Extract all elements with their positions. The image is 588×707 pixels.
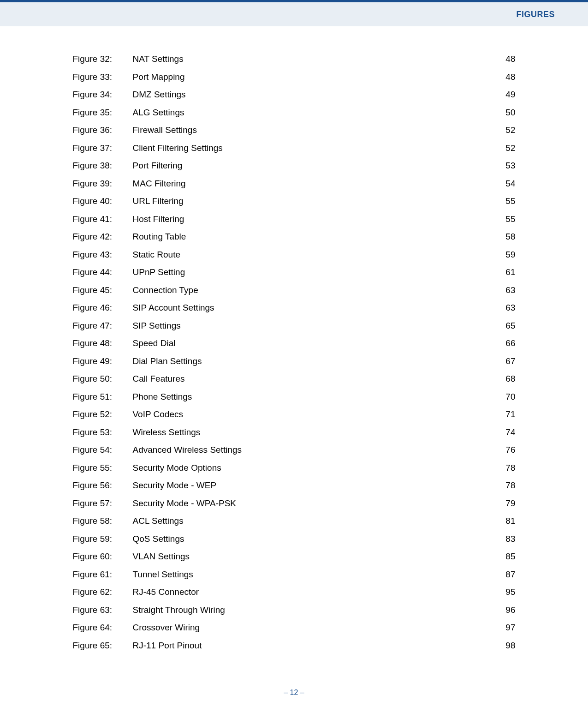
figure-row: Figure 63:Straight Through Wiring96 xyxy=(73,605,516,623)
figure-page: 58 xyxy=(493,232,516,242)
figure-label: Figure 51: xyxy=(73,392,133,402)
figure-page: 74 xyxy=(493,427,516,437)
figure-title: Client Filtering Settings xyxy=(133,143,493,153)
figure-page: 97 xyxy=(493,623,516,633)
figure-title: NAT Settings xyxy=(133,54,493,64)
figure-row: Figure 64:Crossover Wiring97 xyxy=(73,623,516,641)
figure-page: 66 xyxy=(493,338,516,348)
figure-title: QoS Settings xyxy=(133,534,493,544)
figure-title: Straight Through Wiring xyxy=(133,605,493,615)
figure-row: Figure 40:URL Filtering55 xyxy=(73,196,516,214)
figure-row: Figure 47:SIP Settings65 xyxy=(73,321,516,339)
figure-title: Speed Dial xyxy=(133,338,493,348)
figure-row: Figure 41:Host Filtering55 xyxy=(73,214,516,232)
figure-label: Figure 34: xyxy=(73,90,133,100)
figure-title: MAC Filtering xyxy=(133,179,493,189)
figure-page: 48 xyxy=(493,72,516,82)
figure-label: Figure 38: xyxy=(73,161,133,171)
figure-label: Figure 43: xyxy=(73,250,133,260)
figure-page: 55 xyxy=(493,214,516,224)
figure-row: Figure 65:RJ-11 Port Pinout98 xyxy=(73,641,516,659)
figure-row: Figure 50:Call Features68 xyxy=(73,374,516,392)
figure-page: 79 xyxy=(493,498,516,509)
figure-label: Figure 32: xyxy=(73,54,133,64)
figure-label: Figure 60: xyxy=(73,551,133,562)
figure-page: 67 xyxy=(493,356,516,366)
figure-label: Figure 33: xyxy=(73,72,133,82)
figure-label: Figure 64: xyxy=(73,623,133,633)
figure-row: Figure 42:Routing Table58 xyxy=(73,232,516,250)
figure-title: Connection Type xyxy=(133,285,493,295)
figure-title: Security Mode Options xyxy=(133,463,493,473)
figure-title: Call Features xyxy=(133,374,493,384)
figure-title: Wireless Settings xyxy=(133,427,493,437)
figure-row: Figure 55:Security Mode Options78 xyxy=(73,463,516,481)
figure-label: Figure 56: xyxy=(73,480,133,491)
figure-page: 59 xyxy=(493,250,516,260)
figure-row: Figure 45:Connection Type63 xyxy=(73,285,516,303)
figure-title: Phone Settings xyxy=(133,392,493,402)
figure-row: Figure 38:Port Filtering53 xyxy=(73,161,516,179)
figure-title: Routing Table xyxy=(133,232,493,242)
figure-row: Figure 59:QoS Settings83 xyxy=(73,534,516,552)
figure-label: Figure 40: xyxy=(73,196,133,206)
figure-row: Figure 52:VoIP Codecs71 xyxy=(73,409,516,427)
figure-label: Figure 35: xyxy=(73,108,133,118)
header-title: FIGURES xyxy=(516,10,555,19)
figure-title: ACL Settings xyxy=(133,516,493,526)
figure-page: 63 xyxy=(493,285,516,295)
figure-label: Figure 49: xyxy=(73,356,133,366)
figure-page: 63 xyxy=(493,303,516,313)
figure-row: Figure 46:SIP Account Settings63 xyxy=(73,303,516,321)
figure-page: 70 xyxy=(493,392,516,402)
figure-page: 54 xyxy=(493,179,516,189)
figure-page: 50 xyxy=(493,108,516,118)
figure-title: Crossover Wiring xyxy=(133,623,493,633)
figure-page: 52 xyxy=(493,143,516,153)
figure-title: UPnP Setting xyxy=(133,267,493,277)
figure-label: Figure 50: xyxy=(73,374,133,384)
figure-label: Figure 55: xyxy=(73,463,133,473)
figure-label: Figure 46: xyxy=(73,303,133,313)
figure-title: VoIP Codecs xyxy=(133,409,493,419)
figure-label: Figure 54: xyxy=(73,445,133,455)
figure-title: Security Mode - WPA-PSK xyxy=(133,498,493,509)
figure-label: Figure 63: xyxy=(73,605,133,615)
figure-row: Figure 44:UPnP Setting61 xyxy=(73,267,516,285)
figure-title: RJ-45 Connector xyxy=(133,587,493,597)
figure-label: Figure 37: xyxy=(73,143,133,153)
figure-row: Figure 34:DMZ Settings49 xyxy=(73,90,516,108)
figure-label: Figure 41: xyxy=(73,214,133,224)
figure-page: 76 xyxy=(493,445,516,455)
figure-row: Figure 58:ACL Settings81 xyxy=(73,516,516,534)
figure-label: Figure 57: xyxy=(73,498,133,509)
figure-label: Figure 61: xyxy=(73,569,133,580)
figure-label: Figure 65: xyxy=(73,641,133,651)
figure-page: 85 xyxy=(493,551,516,562)
figure-title: Firewall Settings xyxy=(133,125,493,135)
figure-label: Figure 39: xyxy=(73,179,133,189)
figure-label: Figure 42: xyxy=(73,232,133,242)
figure-row: Figure 60:VLAN Settings85 xyxy=(73,551,516,569)
header-bar: FIGURES xyxy=(0,2,588,26)
figure-label: Figure 36: xyxy=(73,125,133,135)
figure-title: ALG Settings xyxy=(133,108,493,118)
figure-row: Figure 35:ALG Settings50 xyxy=(73,108,516,126)
figure-title: Port Filtering xyxy=(133,161,493,171)
figure-label: Figure 53: xyxy=(73,427,133,437)
page-footer: – 12 – xyxy=(0,689,588,697)
figure-page: 53 xyxy=(493,161,516,171)
figure-title: SIP Account Settings xyxy=(133,303,493,313)
figure-row: Figure 51:Phone Settings70 xyxy=(73,392,516,410)
figure-label: Figure 44: xyxy=(73,267,133,277)
figure-title: Advanced Wireless Settings xyxy=(133,445,493,455)
figure-page: 83 xyxy=(493,534,516,544)
figure-page: 61 xyxy=(493,267,516,277)
figure-list: Figure 32:NAT Settings48Figure 33:Port M… xyxy=(73,54,516,658)
figure-title: RJ-11 Port Pinout xyxy=(133,641,493,651)
figure-title: Static Route xyxy=(133,250,493,260)
figure-row: Figure 43:Static Route59 xyxy=(73,250,516,268)
figure-row: Figure 61:Tunnel Settings87 xyxy=(73,569,516,587)
figure-page: 95 xyxy=(493,587,516,597)
figure-row: Figure 53:Wireless Settings74 xyxy=(73,427,516,445)
